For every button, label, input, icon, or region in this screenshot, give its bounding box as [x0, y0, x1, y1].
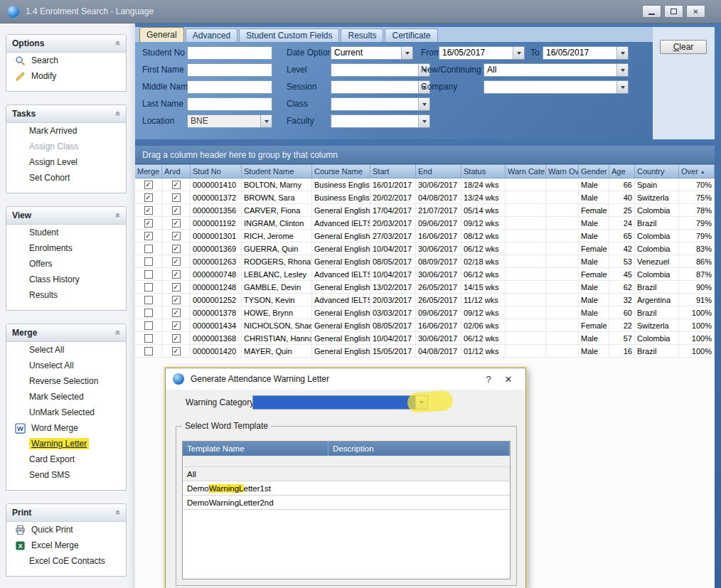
- section-header-tasks[interactable]: Tasks»: [6, 105, 126, 123]
- merge-cell[interactable]: ✓: [135, 204, 162, 216]
- merge-cell[interactable]: ✓: [135, 178, 162, 191]
- arvd-cell[interactable]: ✓: [162, 306, 191, 319]
- sidebar-item-set-cohort[interactable]: Set Cohort: [6, 170, 126, 186]
- warning-category-select[interactable]: [252, 395, 428, 410]
- sidebar-item-assign-level[interactable]: Assign Level: [6, 154, 126, 170]
- arrived-checkbox[interactable]: ✓: [172, 181, 181, 189]
- table-row[interactable]: ✓✓0000001301RICH, JeromeGeneral English2…: [135, 230, 715, 242]
- collapse-chevron-icon[interactable]: »: [113, 112, 123, 117]
- arvd-cell[interactable]: ✓: [162, 345, 191, 357]
- collapse-chevron-icon[interactable]: »: [113, 331, 123, 336]
- merge-cell[interactable]: [135, 332, 162, 344]
- table-row[interactable]: ✓✓0000001192INGRAM, ClintonAdvanced IELT…: [135, 217, 715, 230]
- merge-cell[interactable]: ✓: [135, 217, 162, 229]
- arrived-checkbox[interactable]: ✓: [172, 283, 181, 292]
- column-header-gender[interactable]: Gender: [579, 165, 609, 178]
- merge-checkbox[interactable]: [144, 347, 153, 356]
- sidebar-item-warning-letter[interactable]: Warning Letter: [6, 436, 126, 451]
- middle-name-input[interactable]: [187, 80, 272, 94]
- column-header-course-name[interactable]: Course Name: [312, 165, 370, 178]
- from-date-select[interactable]: 16/05/2017: [439, 46, 525, 60]
- class-select[interactable]: [331, 97, 430, 111]
- location-select[interactable]: BNE: [187, 114, 272, 128]
- arrived-checkbox[interactable]: ✓: [172, 347, 181, 356]
- arrived-checkbox[interactable]: ✓: [172, 296, 181, 304]
- merge-checkbox[interactable]: [144, 334, 153, 343]
- arvd-cell[interactable]: ✓: [162, 268, 191, 280]
- arrived-checkbox[interactable]: ✓: [172, 334, 181, 343]
- column-header-end[interactable]: End: [416, 165, 461, 178]
- arrived-checkbox[interactable]: ✓: [172, 219, 181, 228]
- arvd-cell[interactable]: ✓: [162, 281, 191, 293]
- arrived-checkbox[interactable]: ✓: [172, 232, 181, 240]
- sidebar-item-unmark-selected[interactable]: UnMark Selected: [6, 405, 126, 420]
- arvd-cell[interactable]: ✓: [162, 255, 191, 267]
- arrived-checkbox[interactable]: ✓: [172, 321, 181, 330]
- merge-cell[interactable]: [135, 268, 162, 280]
- column-header-country[interactable]: Country: [635, 165, 679, 178]
- merge-cell[interactable]: [135, 345, 162, 357]
- merge-cell[interactable]: ✓: [135, 230, 162, 242]
- last-name-input[interactable]: [187, 97, 272, 111]
- first-name-input[interactable]: [187, 63, 272, 77]
- table-row[interactable]: ✓✓0000001356CARVER, FionaGeneral English…: [135, 204, 715, 217]
- student-no-input[interactable]: [187, 46, 272, 60]
- collapse-chevron-icon[interactable]: »: [113, 41, 123, 46]
- group-by-bar[interactable]: Drag a column header here to group by th…: [135, 146, 715, 164]
- sidebar-item-reverse-selection[interactable]: Reverse Selection: [6, 373, 126, 389]
- table-row[interactable]: ✓0000001368CHRISTIAN, HannaGeneral Engli…: [135, 332, 715, 345]
- merge-checkbox[interactable]: [144, 245, 153, 253]
- column-header-warn-ov[interactable]: Warn Ov: [546, 165, 579, 178]
- merge-checkbox[interactable]: [144, 309, 153, 317]
- collapse-chevron-icon[interactable]: »: [113, 511, 123, 515]
- table-row[interactable]: ✓0000001420MAYER, QuinGeneral English15/…: [135, 345, 715, 358]
- column-header-warn-cate[interactable]: Warn Cate: [506, 165, 546, 178]
- sidebar-item-card-export[interactable]: Card Export: [6, 451, 126, 467]
- date-option-select[interactable]: Current: [331, 46, 413, 60]
- section-header-options[interactable]: Options»: [6, 35, 126, 53]
- sidebar-item-modify[interactable]: Modify: [6, 68, 126, 84]
- faculty-select[interactable]: [331, 114, 430, 128]
- merge-checkbox[interactable]: [144, 321, 153, 330]
- table-row[interactable]: ✓0000001369GUERRA, QuinGeneral English10…: [135, 242, 715, 255]
- arvd-cell[interactable]: ✓: [162, 191, 191, 203]
- tab-advanced[interactable]: Advanced: [186, 28, 237, 42]
- merge-cell[interactable]: [135, 242, 162, 255]
- arvd-cell[interactable]: ✓: [162, 217, 191, 229]
- section-header-merge[interactable]: Merge»: [6, 324, 126, 342]
- sidebar-item-offers[interactable]: Offers: [6, 256, 126, 272]
- dialog-help-button[interactable]: ?: [479, 374, 498, 385]
- arvd-cell[interactable]: ✓: [162, 294, 191, 306]
- merge-checkbox[interactable]: [144, 296, 153, 304]
- arvd-cell[interactable]: ✓: [162, 319, 191, 331]
- arvd-cell[interactable]: ✓: [162, 332, 191, 344]
- session-select[interactable]: [331, 80, 430, 94]
- sidebar-item-class-history[interactable]: Class History: [6, 272, 126, 287]
- merge-checkbox[interactable]: ✓: [144, 181, 153, 189]
- merge-cell[interactable]: [135, 319, 162, 331]
- table-row[interactable]: ✓✓0000001410BOLTON, MarnyBusiness Englis…: [135, 178, 715, 191]
- clear-button[interactable]: Clear: [660, 40, 707, 54]
- new-continuing-select[interactable]: All: [484, 63, 629, 77]
- merge-checkbox[interactable]: ✓: [144, 219, 153, 228]
- column-header-over[interactable]: Over▲: [679, 165, 715, 178]
- template-column-description[interactable]: Description: [329, 442, 510, 456]
- column-header-arvd[interactable]: Arvd: [162, 165, 191, 178]
- table-row[interactable]: ✓0000001378HOWE, BrynnGeneral English03/…: [135, 306, 715, 319]
- sidebar-item-search[interactable]: Search: [6, 53, 126, 68]
- arrived-checkbox[interactable]: ✓: [172, 245, 181, 253]
- merge-cell[interactable]: [135, 281, 162, 293]
- sidebar-item-send-sms[interactable]: Send SMS: [6, 467, 126, 483]
- section-header-view[interactable]: View»: [6, 207, 126, 225]
- tab-results[interactable]: Results: [341, 28, 383, 42]
- sidebar-item-word-merge[interactable]: WWord Merge: [6, 420, 126, 436]
- sidebar-item-enrolments[interactable]: Enrolments: [6, 240, 126, 256]
- merge-checkbox[interactable]: ✓: [144, 193, 153, 202]
- table-row[interactable]: ✓0000001263RODGERS, RhonaGeneral English…: [135, 255, 715, 268]
- arrived-checkbox[interactable]: ✓: [172, 257, 181, 266]
- arvd-cell[interactable]: ✓: [162, 178, 191, 191]
- table-row[interactable]: ✓0000001434NICHOLSON, ShaeleGeneral Engl…: [135, 319, 715, 332]
- column-header-age[interactable]: Age: [609, 165, 635, 178]
- sidebar-item-mark-selected[interactable]: Mark Selected: [6, 389, 126, 405]
- arrived-checkbox[interactable]: ✓: [172, 206, 181, 215]
